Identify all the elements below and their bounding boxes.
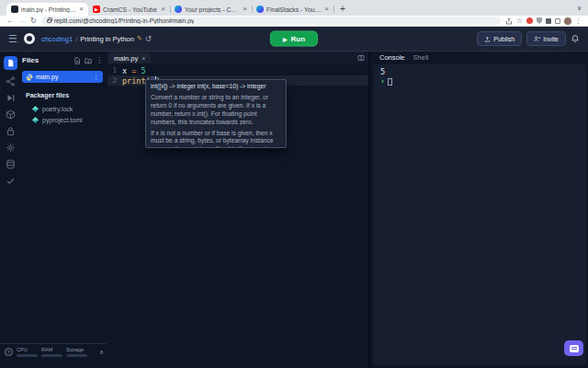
files-menu-kebab-icon[interactable]: ⋮ [96,57,103,64]
forward-icon[interactable]: → [18,17,26,25]
breadcrumb-project-title[interactable]: Printing in Python [80,35,134,43]
tooltip-paragraph-1: Convert a number or string to an integer… [151,94,281,127]
file-item-label: main.py [36,74,59,80]
publish-button[interactable]: Publish [477,31,522,46]
settings-gear-icon[interactable] [6,143,16,153]
close-editor-tab-icon[interactable]: × [141,55,145,62]
add-folder-icon[interactable] [85,57,92,64]
breadcrumb: chcoding1 / Printing in Python ✎ ↺ [41,34,153,43]
split-layout-icon[interactable] [357,54,365,62]
file-kebab-icon[interactable]: ⋮ [93,74,99,81]
replit-favicon-icon [11,6,18,13]
browser-tab-youtube[interactable]: ▶ CramCS - YouTube × [88,3,170,16]
publish-button-label: Publish [493,36,514,42]
browser-tab-canva[interactable]: Your projects - Canva × [170,3,252,16]
notifications-bell-icon[interactable] [571,34,580,43]
browser-tab-title: FinalStacks - YouTube Thumb [266,6,322,13]
files-panel-header: Files ⋮ [22,56,103,64]
package-file-icon [32,105,39,111]
extension-shield-icon[interactable] [537,17,542,24]
close-tab-icon[interactable]: × [79,6,84,13]
packager-files-section-title: Packager files [26,92,103,98]
invite-person-icon [534,36,540,42]
screen: main.py - Printing in Python - × ▶ CramC… [0,0,588,368]
database-icon[interactable] [6,159,16,169]
chat-bubble-icon [570,345,579,352]
line-number: 1 [107,66,122,75]
storage-meter-track [66,354,87,357]
tab-search-chevron-icon[interactable]: ∨ [577,5,582,12]
tool-rail [0,52,20,340]
back-icon[interactable]: ← [6,17,14,25]
close-tab-icon[interactable]: × [324,6,329,13]
tooltip-signature: int([x]) -> integer int(x, base=10) -> i… [151,83,281,91]
chat-widget-button[interactable] [564,340,583,356]
profile-avatar[interactable] [564,17,571,25]
history-icon[interactable]: ↺ [145,34,153,43]
extension-adblock-icon[interactable] [526,17,533,24]
new-tab-button[interactable]: + [340,4,345,14]
docstring-tooltip: int([x]) -> integer int(x, base=10) -> i… [145,79,287,148]
workflows-run-icon[interactable] [6,93,16,103]
file-item-pyproject-toml[interactable]: pyproject.toml [22,114,103,125]
console-pane: Console Shell 5 › [372,52,588,368]
console-output-line: 5 [380,67,580,76]
file-item-poetry-lock[interactable]: poetry.lock [22,103,103,114]
close-tab-icon[interactable]: × [161,6,165,13]
close-tab-icon[interactable]: × [243,6,247,13]
version-control-icon[interactable] [6,76,16,86]
editor-tab-label: main.py [114,54,138,63]
cpu-meter-track [17,354,38,357]
packages-cube-icon[interactable] [6,109,16,120]
tab-console[interactable]: Console [379,53,405,62]
extensions-puzzle-icon[interactable] [546,18,551,24]
console-output-area[interactable]: 5 › [374,64,586,365]
browser-address-bar: ← → ↻ replit.com/@chcoding1/Printing-in-… [0,16,588,27]
browser-tab-finalstacks[interactable]: FinalStacks - YouTube Thumb × [252,3,334,16]
meters-expand-chevron-icon[interactable]: ∧ [99,349,104,356]
editor-tab-main-py[interactable]: main.py × [108,52,151,63]
secrets-lock-icon[interactable] [6,126,16,136]
url-bar[interactable]: replit.com/@chcoding1/Printing-in-Python… [41,17,501,25]
canva-favicon-icon [256,6,264,13]
play-icon: ▶ [283,36,288,42]
run-button[interactable]: ▶ Run [270,31,318,47]
browser-tab-replit[interactable]: main.py - Printing in Python - × [6,3,88,16]
checks-checkmark-icon[interactable] [6,176,16,186]
files-panel: Files ⋮ main.py ⋮ Packager files poetry.… [20,52,107,340]
browser-menu-kebab-icon[interactable]: ⋮ [575,17,582,25]
invite-button[interactable]: Invite [526,31,566,46]
add-file-icon[interactable] [74,57,81,64]
breadcrumb-username[interactable]: chcoding1 [41,35,73,43]
replit-header: ☰ chcoding1 / Printing in Python ✎ ↺ ▶ R… [0,27,588,52]
hamburger-menu-icon[interactable]: ☰ [8,34,17,44]
help-icon[interactable]: ? [5,348,13,356]
tooltip-paragraph-2: If x is not a number or if base is given… [151,130,281,148]
console-prompt-row[interactable]: › [380,77,580,86]
cpu-meter: CPU [17,347,38,357]
bookmark-star-icon[interactable]: ☆ [516,17,523,25]
files-tool-icon[interactable] [4,56,17,70]
file-item-main-py[interactable]: main.py ⋮ [22,71,103,83]
breadcrumb-separator: / [75,35,77,43]
share-icon[interactable] [505,17,513,25]
tab-shell[interactable]: Shell [413,53,429,62]
code-line-1[interactable]: 1 x = 5 [107,65,368,75]
file-item-label: pyproject.toml [42,117,83,123]
line-number: 2 [107,76,122,85]
code-token-number: 5 [141,66,145,75]
replit-logo-icon[interactable] [24,33,35,44]
youtube-favicon-icon: ▶ [93,6,100,13]
extension-square-icon[interactable] [555,18,560,24]
code-token-function: print [122,76,146,86]
ssl-lock-icon [47,19,51,23]
browser-tab-strip: main.py - Printing in Python - × ▶ CramC… [0,0,588,16]
edit-title-pencil-icon[interactable]: ✎ [137,35,142,42]
console-tab-bar: Console Shell [372,52,588,63]
url-text[interactable]: replit.com/@chcoding1/Printing-in-Python… [54,17,195,24]
canva-favicon-icon [175,6,182,13]
files-panel-title: Files [22,56,70,64]
file-item-label: poetry.lock [42,106,73,112]
reload-icon[interactable]: ↻ [30,17,37,25]
console-cursor [388,78,392,86]
